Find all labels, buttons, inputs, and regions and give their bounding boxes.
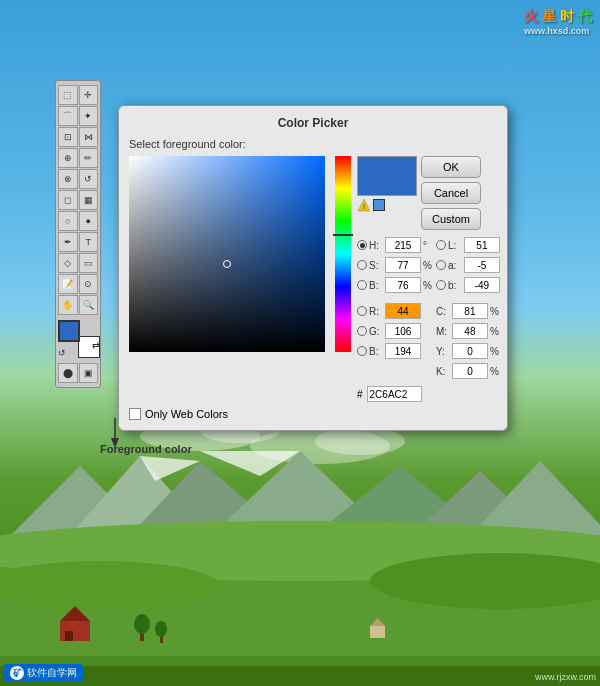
watermark-bottom-left: 矿 软件自学网 xyxy=(4,664,83,682)
dodge-tool[interactable]: ○ xyxy=(58,211,78,231)
green-field-row: G: xyxy=(357,322,432,340)
brightness-input[interactable] xyxy=(385,277,421,293)
foreground-color-swatch[interactable] xyxy=(58,320,80,342)
lasso-tool[interactable]: ⌒ xyxy=(58,106,78,126)
blue-label: B: xyxy=(369,346,383,357)
l-radio[interactable] xyxy=(436,240,446,250)
pen-tool[interactable]: ✒ xyxy=(58,232,78,252)
toolbar-row-6: ◻ ▦ xyxy=(58,190,98,210)
zoom-tool[interactable]: 🔍 xyxy=(79,295,99,315)
warning-area: ! xyxy=(357,198,417,212)
blue-input[interactable] xyxy=(385,343,421,359)
green-input[interactable] xyxy=(385,323,421,339)
web-colors-checkbox[interactable] xyxy=(129,408,141,420)
k-input[interactable] xyxy=(452,363,488,379)
a-input[interactable] xyxy=(464,257,500,273)
web-safe-color-icon[interactable] xyxy=(373,199,385,211)
brightness-radio[interactable] xyxy=(357,280,367,290)
y-field-row: Y: % xyxy=(436,342,500,360)
screen-mode-tool[interactable]: ▣ xyxy=(79,363,99,383)
burn-tool[interactable]: ● xyxy=(79,211,99,231)
hue-unit: ° xyxy=(423,240,429,251)
stamp-tool[interactable]: ⊗ xyxy=(58,169,78,189)
saturation-radio[interactable] xyxy=(357,260,367,270)
svg-point-25 xyxy=(155,621,167,637)
swap-colors-icon[interactable]: ⇄ xyxy=(92,340,100,350)
magic-wand-tool[interactable]: ✦ xyxy=(79,106,99,126)
hue-indicator xyxy=(333,234,353,238)
path-tool[interactable]: ◇ xyxy=(58,253,78,273)
notes-tool[interactable]: 📝 xyxy=(58,274,78,294)
hand-tool[interactable]: ✋ xyxy=(58,295,78,315)
a-label: a: xyxy=(448,260,462,271)
b2-input[interactable] xyxy=(464,277,500,293)
m-label: M: xyxy=(436,326,450,337)
svg-point-3 xyxy=(315,427,405,455)
custom-button[interactable]: Custom xyxy=(421,208,481,230)
y-input[interactable] xyxy=(452,343,488,359)
y-unit: % xyxy=(490,346,499,357)
toolbar-row-8: ✒ T xyxy=(58,232,98,252)
color-field[interactable] xyxy=(129,156,325,352)
color-swatch-area: ⇄ ↺ xyxy=(58,320,100,358)
web-colors-label: Only Web Colors xyxy=(145,408,228,420)
b2-radio[interactable] xyxy=(436,280,446,290)
brush-tool[interactable]: ✏ xyxy=(79,148,99,168)
red-radio[interactable] xyxy=(357,306,367,316)
k-unit: % xyxy=(490,366,499,377)
green-label: G: xyxy=(369,326,383,337)
gamut-warning-icon[interactable]: ! xyxy=(357,198,371,212)
dialog-header: Select foreground color: xyxy=(129,138,497,150)
dialog-title: Color Picker xyxy=(129,116,497,130)
watermark-bottom-right: www.rjzxw.com xyxy=(535,672,596,682)
saturation-label: S: xyxy=(369,260,383,271)
slice-tool[interactable]: ⋈ xyxy=(79,127,99,147)
crop-tool[interactable]: ⊡ xyxy=(58,127,78,147)
l-input[interactable] xyxy=(464,237,500,253)
hex-input[interactable] xyxy=(367,386,422,402)
shape-tool[interactable]: ▭ xyxy=(79,253,99,273)
watermark-top: 火星时代 www.hxsd.com xyxy=(524,8,592,36)
eyedropper-tool[interactable]: ⊙ xyxy=(79,274,99,294)
y-label: Y: xyxy=(436,346,450,357)
toolbar-row-2: ⌒ ✦ xyxy=(58,106,98,126)
hue-radio[interactable] xyxy=(357,240,367,250)
marquee-tool[interactable]: ⬚ xyxy=(58,85,78,105)
text-tool[interactable]: T xyxy=(79,232,99,252)
gradient-tool[interactable]: ▦ xyxy=(79,190,99,210)
k-field-row: K: % xyxy=(436,362,500,380)
hue-slider[interactable] xyxy=(335,156,351,352)
red-label: R: xyxy=(369,306,383,317)
toolbar-row-4: ⊕ ✏ xyxy=(58,148,98,168)
history-brush-tool[interactable]: ↺ xyxy=(79,169,99,189)
toolbar-row-3: ⊡ ⋈ xyxy=(58,127,98,147)
toolbar-row-11: ✋ 🔍 xyxy=(58,295,98,315)
heal-tool[interactable]: ⊕ xyxy=(58,148,78,168)
c-input[interactable] xyxy=(452,303,488,319)
move-tool[interactable]: ✛ xyxy=(79,85,99,105)
quick-mask-tool[interactable]: ⬤ xyxy=(58,363,78,383)
default-colors-icon[interactable]: ↺ xyxy=(58,348,66,358)
color-picker-dialog: Color Picker Select foreground color: xyxy=(118,105,508,431)
hue-input[interactable] xyxy=(385,237,421,253)
ok-button[interactable]: OK xyxy=(421,156,481,178)
b2-field-row: b: xyxy=(436,276,500,294)
c-unit: % xyxy=(490,306,499,317)
blue-radio[interactable] xyxy=(357,346,367,356)
right-field-group: L: a: b: xyxy=(436,236,500,380)
red-input[interactable] xyxy=(385,303,421,319)
eraser-tool[interactable]: ◻ xyxy=(58,190,78,210)
saturation-input[interactable] xyxy=(385,257,421,273)
web-colors-row: Only Web Colors xyxy=(129,408,497,420)
m-input[interactable] xyxy=(452,323,488,339)
svg-rect-19 xyxy=(65,631,73,641)
green-radio[interactable] xyxy=(357,326,367,336)
k-label: K: xyxy=(436,366,450,377)
l-field-row: L: xyxy=(436,236,500,254)
toolbar-row-9: ◇ ▭ xyxy=(58,253,98,273)
toolbar-row-7: ○ ● xyxy=(58,211,98,231)
a-radio[interactable] xyxy=(436,260,446,270)
cancel-button[interactable]: Cancel xyxy=(421,182,481,204)
hex-symbol: # xyxy=(357,389,363,400)
left-field-group: H: ° S: % B: xyxy=(357,236,432,380)
